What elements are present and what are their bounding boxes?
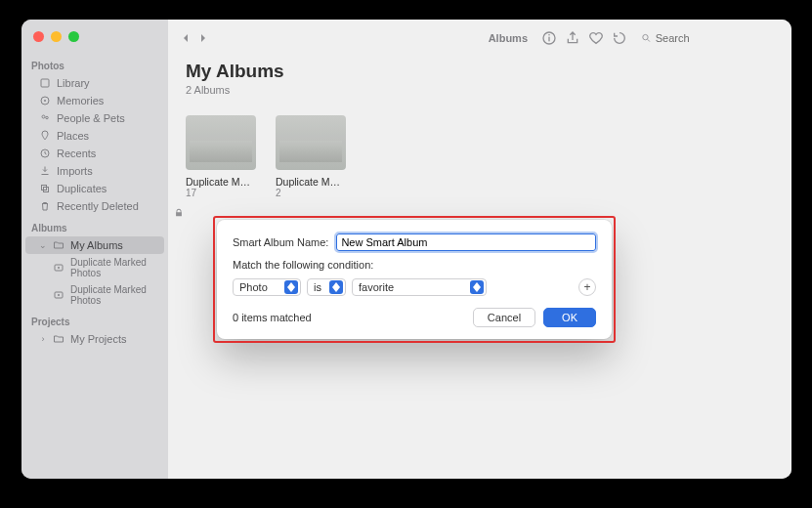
trash-icon — [39, 200, 51, 212]
svg-point-3 — [42, 115, 45, 118]
info-icon[interactable] — [541, 30, 557, 46]
search-input[interactable] — [656, 32, 776, 44]
stepper-arrows-icon — [284, 280, 298, 294]
sidebar-item-places[interactable]: Places — [25, 127, 164, 145]
people-icon — [39, 112, 51, 124]
condition-field-select[interactable]: Photo — [233, 278, 301, 296]
sidebar-section-header: Albums — [21, 215, 168, 236]
svg-line-16 — [648, 39, 650, 41]
minimize-window-button[interactable] — [51, 31, 62, 42]
album-item[interactable]: Duplicate M…2 — [276, 115, 346, 198]
duplicates-icon — [39, 183, 51, 194]
folder-icon — [53, 239, 64, 251]
close-window-button[interactable] — [33, 31, 44, 42]
stepper-arrows-icon — [470, 280, 484, 294]
chevron-left-icon — [178, 30, 193, 46]
search-icon — [641, 32, 652, 44]
sidebar-item-label: My Projects — [70, 333, 126, 345]
sidebar-item-label: People & Pets — [57, 112, 125, 124]
nav-back-forward[interactable] — [178, 30, 211, 46]
sidebar-item-label: Duplicate Marked Photos — [70, 284, 154, 306]
name-label: Smart Album Name: — [233, 236, 328, 248]
toolbar: Albums — [168, 20, 791, 57]
condition-op-value: is — [314, 281, 321, 293]
album-count: 17 — [186, 188, 256, 198]
sidebar-section-header: Photos — [21, 53, 168, 74]
match-label: Match the following condition: — [233, 259, 596, 271]
window-controls — [33, 31, 79, 42]
clock-icon — [39, 148, 51, 159]
sidebar-item-label: Places — [57, 130, 89, 142]
sidebar-item-library[interactable]: Library — [25, 74, 164, 92]
sidebar-section-header: Projects — [21, 309, 168, 330]
smart-album-name-input[interactable] — [336, 233, 596, 251]
svg-point-9 — [58, 267, 60, 269]
stepper-arrows-icon — [329, 280, 343, 294]
sidebar: PhotosLibraryMemoriesPeople & PetsPlaces… — [21, 20, 168, 479]
cancel-button[interactable]: Cancel — [473, 308, 535, 327]
sidebar-item-label: Duplicate Marked Photos — [70, 257, 154, 278]
svg-point-2 — [44, 100, 46, 102]
album-thumbnail — [276, 115, 346, 170]
content-area: My Albums 2 Albums Duplicate M…17Duplica… — [168, 57, 791, 202]
search-field[interactable] — [635, 30, 782, 46]
folder-icon — [53, 333, 64, 345]
sidebar-item-label: Recents — [57, 148, 96, 159]
sidebar-item-recents[interactable]: Recents — [25, 145, 164, 162]
add-condition-button[interactable]: + — [578, 278, 596, 296]
toolbar-view-albums[interactable]: Albums — [483, 32, 534, 44]
svg-rect-0 — [41, 79, 49, 87]
sidebar-item-label: Memories — [57, 95, 104, 106]
ok-button[interactable]: OK — [543, 308, 596, 327]
albums-grid: Duplicate M…17Duplicate M…2 — [186, 115, 774, 198]
sidebar-item-my-albums[interactable]: ⌄My Albums — [25, 236, 164, 254]
zoom-window-button[interactable] — [68, 31, 79, 42]
svg-rect-13 — [548, 37, 549, 42]
album-item[interactable]: Duplicate M…17 — [186, 115, 256, 198]
heart-icon[interactable] — [588, 30, 604, 46]
sidebar-item-duplicate-marked-photos[interactable]: Duplicate Marked Photos — [25, 254, 164, 281]
sidebar-item-label: Recently Deleted — [57, 200, 139, 212]
svg-point-4 — [46, 116, 49, 119]
chevron-down-icon: ⌄ — [39, 240, 47, 250]
condition-row: Photo is favorite + — [233, 278, 596, 296]
sidebar-item-label: Imports — [57, 165, 93, 177]
smart-icon — [53, 262, 64, 274]
share-icon[interactable] — [565, 30, 580, 46]
matched-count: 0 items matched — [233, 312, 312, 323]
sidebar-item-recently-deleted[interactable]: Recently Deleted — [25, 197, 164, 215]
smart-album-sheet: Smart Album Name: Match the following co… — [217, 220, 612, 339]
album-thumbnail — [186, 115, 256, 170]
sidebar-item-label: My Albums — [70, 239, 123, 251]
chevron-right-icon: › — [39, 334, 47, 344]
page-title: My Albums — [186, 61, 774, 82]
sidebar-item-my-projects[interactable]: ›My Projects — [25, 330, 164, 348]
svg-rect-14 — [548, 34, 549, 35]
lock-icon — [174, 208, 184, 218]
places-icon — [39, 130, 51, 142]
app-window: PhotosLibraryMemoriesPeople & PetsPlaces… — [21, 20, 791, 479]
chevron-right-icon — [195, 30, 211, 46]
sidebar-item-imports[interactable]: Imports — [25, 162, 164, 180]
sidebar-item-people-pets[interactable]: People & Pets — [25, 109, 164, 127]
condition-op-select[interactable]: is — [307, 278, 346, 296]
sidebar-item-duplicates[interactable]: Duplicates — [25, 180, 164, 197]
svg-point-15 — [643, 34, 648, 39]
svg-point-11 — [58, 294, 60, 296]
memories-icon — [39, 95, 51, 106]
album-name: Duplicate M… — [276, 176, 346, 188]
sidebar-item-label: Library — [57, 77, 90, 89]
page-subtitle: 2 Albums — [186, 84, 774, 96]
library-icon — [39, 77, 51, 89]
condition-value-value: favorite — [359, 281, 394, 293]
condition-value-select[interactable]: favorite — [352, 278, 487, 296]
album-name: Duplicate M… — [186, 176, 256, 188]
condition-field-value: Photo — [239, 281, 268, 293]
sidebar-item-memories[interactable]: Memories — [25, 92, 164, 109]
imports-icon — [39, 165, 51, 177]
smart-icon — [53, 289, 64, 301]
sidebar-item-duplicate-marked-photos[interactable]: Duplicate Marked Photos — [25, 281, 164, 309]
sidebar-item-label: Duplicates — [57, 183, 107, 194]
album-count: 2 — [276, 188, 346, 198]
rotate-icon[interactable] — [612, 30, 627, 46]
